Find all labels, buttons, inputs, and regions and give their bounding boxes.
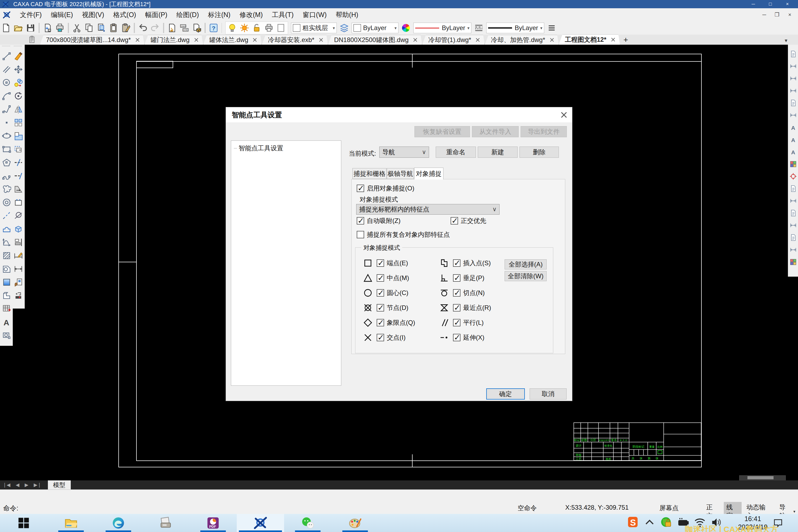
app-icon[interactable]: [301, 516, 315, 530]
draw-tool-button[interactable]: [2, 171, 12, 181]
menu-item[interactable]: 窗口(W): [298, 8, 331, 21]
modify-tool-button[interactable]: [13, 144, 23, 154]
modify-tool-button[interactable]: [13, 51, 23, 61]
document-tab[interactable]: 罐门法兰.dwg: [145, 35, 203, 45]
auto-snap-checkbox[interactable]: ✓ 自动吸附(Z): [357, 216, 401, 225]
toolbar-button[interactable]: [191, 23, 202, 33]
annotation-tool-button[interactable]: [789, 233, 797, 242]
tree-node[interactable]: 智能点工具设置: [234, 144, 341, 152]
annotation-tool-button[interactable]: [789, 172, 797, 180]
modify-tool-button[interactable]: [13, 104, 23, 114]
tab-close-icon[interactable]: [610, 37, 616, 42]
linetype-manager-icon[interactable]: [474, 23, 484, 33]
draw-tool-button[interactable]: [2, 118, 12, 128]
modify-tool-button[interactable]: [13, 237, 23, 247]
annotation-tool-button[interactable]: [789, 99, 797, 107]
taskbar-app[interactable]: [95, 514, 142, 532]
app-icon[interactable]: [253, 516, 267, 530]
toolbar-button[interactable]: [120, 23, 131, 33]
checkbox[interactable]: ✓: [357, 217, 364, 225]
snap-option[interactable]: ✓ 插入点(S): [440, 255, 491, 270]
toolbar-button[interactable]: [163, 23, 164, 33]
modify-tool-button[interactable]: [13, 184, 23, 194]
tab-close-icon[interactable]: [549, 37, 555, 43]
toolbar-button[interactable]: [96, 23, 107, 33]
toolbar-button[interactable]: [150, 23, 160, 33]
modify-tool-button[interactable]: [13, 118, 23, 128]
draw-tool-button[interactable]: [2, 304, 12, 314]
draw-tool-button[interactable]: [2, 144, 12, 154]
checkbox[interactable]: ✓: [451, 217, 458, 225]
toolbar-button[interactable]: [134, 23, 135, 33]
menu-item[interactable]: 标注(N): [204, 8, 235, 21]
tab-close-icon[interactable]: [475, 37, 481, 43]
toolbar-button[interactable]: [1, 23, 12, 33]
snap-option[interactable]: ✓ 交点(I): [363, 330, 415, 345]
menu-item[interactable]: 修改(M): [235, 8, 267, 21]
app-icon[interactable]: [348, 516, 362, 530]
checkbox[interactable]: ✓: [377, 259, 384, 267]
toolbar-button[interactable]: [72, 23, 82, 33]
checkbox[interactable]: ✓: [453, 259, 460, 267]
export-to-file-button[interactable]: 导出到文件: [520, 126, 567, 137]
display-tool-button[interactable]: [264, 23, 274, 33]
ortho-first-checkbox[interactable]: ✓ 正交优先: [451, 216, 486, 225]
document-tab[interactable]: 冷却器安装.exb*: [262, 35, 328, 45]
layer-manager-icon[interactable]: [339, 23, 349, 33]
checkbox[interactable]: ✓: [377, 319, 384, 326]
annotation-tool-button[interactable]: [789, 50, 797, 58]
modify-tool-button[interactable]: [13, 224, 23, 234]
restore-defaults-button[interactable]: 恢复缺省设置: [414, 126, 470, 137]
command-prompt[interactable]: 命令:: [3, 504, 18, 513]
modify-tool-button[interactable]: [13, 64, 23, 75]
document-tab[interactable]: 冷却管(1).dwg*: [422, 35, 484, 45]
menu-item[interactable]: 编辑(E): [46, 8, 77, 21]
modify-tool-button[interactable]: [13, 290, 23, 301]
menu-item[interactable]: 视图(V): [77, 8, 109, 21]
annotation-tool-button[interactable]: [789, 196, 797, 205]
ok-button[interactable]: 确定: [486, 388, 525, 400]
doc-close-button[interactable]: ×: [784, 10, 795, 20]
side-panel-tab-icon[interactable]: [27, 36, 36, 44]
snap-option[interactable]: ✓ 中点(M): [363, 270, 415, 285]
toolbar-button[interactable]: [137, 23, 148, 33]
doc-restore-button[interactable]: ❐: [772, 10, 783, 20]
annotation-tool-button[interactable]: [789, 160, 797, 168]
document-tab[interactable]: 冷却、加热管.dwg*: [484, 35, 558, 45]
draw-tool-button[interactable]: [2, 64, 12, 75]
tab-polar-nav[interactable]: 极轴导航: [387, 168, 414, 179]
modify-tool-button[interactable]: [13, 197, 23, 208]
cancel-button[interactable]: 取消: [530, 388, 567, 400]
document-tab[interactable]: 罐体法兰.dwg: [203, 35, 262, 45]
toolbar-button[interactable]: [25, 23, 36, 33]
modify-tool-button[interactable]: [13, 171, 23, 181]
toolbar-grip[interactable]: [14, 46, 22, 48]
draw-tool-button[interactable]: [2, 157, 12, 168]
draw-tool-button[interactable]: [2, 78, 12, 88]
toolbar-menu-icon[interactable]: [546, 23, 557, 33]
taskbar-app[interactable]: [142, 514, 189, 532]
maximize-button[interactable]: □: [762, 0, 779, 8]
horizontal-scrollbar[interactable]: [739, 475, 786, 481]
scrollbar-thumb[interactable]: [747, 476, 774, 479]
close-button[interactable]: ×: [779, 0, 796, 8]
layer-combo[interactable]: 粗实线层 ▾: [291, 23, 337, 33]
modify-tool-button[interactable]: [13, 251, 23, 261]
toolbar-button[interactable]: [55, 23, 65, 33]
annotation-tool-button[interactable]: [789, 87, 797, 95]
annotation-tool-button[interactable]: [789, 258, 797, 266]
checkbox[interactable]: ✓: [357, 231, 364, 238]
document-tab[interactable]: DN1800X2500罐体图.dwg: [328, 35, 422, 45]
import-from-file-button[interactable]: 从文件导入: [472, 126, 519, 137]
toolbar-button[interactable]: DWGEXB: [179, 23, 190, 33]
tab-object-snap[interactable]: 对象捕捉: [414, 168, 443, 179]
checkbox[interactable]: ✓: [377, 274, 384, 282]
toolbar-button[interactable]: [84, 23, 94, 33]
display-tool-button[interactable]: [239, 23, 250, 33]
snap-option[interactable]: ✓ 圆心(C): [363, 285, 415, 300]
linetype-combo[interactable]: ByLayer ▾: [413, 23, 471, 33]
snap-option[interactable]: ✓ 端点(E): [363, 255, 415, 270]
draw-tool-button[interactable]: [2, 277, 12, 287]
modify-tool-button[interactable]: [13, 91, 23, 101]
modify-tool-button[interactable]: [13, 78, 23, 88]
